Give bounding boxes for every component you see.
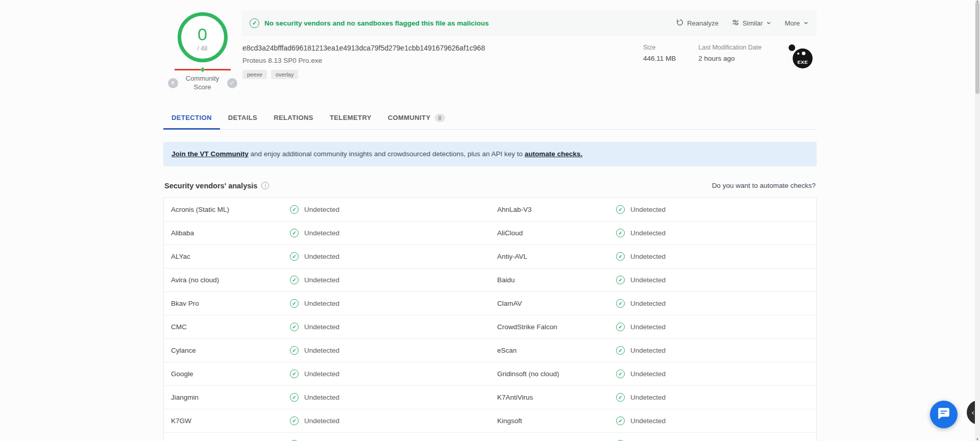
detection-score-circle: 0 / 48 bbox=[178, 12, 228, 62]
vendor-status: ✓Undetected bbox=[290, 299, 339, 308]
vendor-status-label: Undetected bbox=[304, 323, 339, 331]
vendor-status: ✓Undetected bbox=[290, 370, 339, 378]
similar-button[interactable]: Similar bbox=[732, 19, 772, 28]
scroll-down-icon[interactable]: ▼ bbox=[975, 437, 980, 441]
detection-score: 0 bbox=[198, 26, 207, 43]
vendor-status: ✓Undetected bbox=[290, 205, 339, 214]
vendor-status-label: Undetected bbox=[630, 394, 666, 401]
undetected-check-icon: ✓ bbox=[616, 323, 625, 331]
vendor-status: ✓Undetected bbox=[616, 393, 666, 402]
vendor-status-label: Undetected bbox=[304, 300, 339, 307]
vendor-cell: Google✓Undetected bbox=[164, 362, 490, 385]
vendor-name: Cylance bbox=[171, 347, 290, 354]
file-identity: e8cd3a24bfffad696181213ea1e4913dca79f5d2… bbox=[242, 44, 628, 79]
vendor-status: ✓Undetected bbox=[616, 229, 666, 237]
vendor-name: K7AntiVirus bbox=[497, 394, 616, 401]
vendor-status: ✓Undetected bbox=[616, 346, 666, 355]
last-modification-date: Last Modification Date 2 hours ago bbox=[698, 44, 762, 79]
tag-overlay[interactable]: overlay bbox=[271, 70, 298, 79]
vendor-status: ✓Undetected bbox=[616, 299, 666, 308]
vendor-cell: Gridinsoft (no cloud)✓Undetected bbox=[490, 362, 816, 385]
community-score-label: Community Score bbox=[182, 75, 223, 92]
vendor-status-label: Undetected bbox=[630, 323, 666, 331]
tab-community[interactable]: COMMUNITY 8 bbox=[380, 107, 453, 129]
undetected-check-icon: ✓ bbox=[290, 205, 299, 214]
downvote-x-icon[interactable]: ✕ bbox=[168, 78, 178, 88]
vendor-status-label: Undetected bbox=[304, 417, 339, 425]
safe-check-icon: ✓ bbox=[250, 18, 259, 28]
vendor-name: Kingsoft bbox=[497, 417, 616, 425]
file-tags: peexe overlay bbox=[242, 70, 628, 79]
reanalyze-label: Reanalyze bbox=[687, 19, 718, 27]
undetected-check-icon: ✓ bbox=[616, 416, 625, 425]
undetected-check-icon: ✓ bbox=[616, 252, 625, 261]
status-message: No security vendors and no sandboxes fla… bbox=[264, 19, 489, 27]
tag-peexe[interactable]: peexe bbox=[242, 70, 267, 79]
tab-details[interactable]: DETAILS bbox=[220, 107, 265, 129]
join-community-banner: Join the VT Community and enjoy addition… bbox=[163, 142, 817, 166]
undetected-check-icon: ✓ bbox=[290, 346, 299, 355]
vendor-status-label: Undetected bbox=[630, 300, 666, 307]
vendor-name: Antiy-AVL bbox=[497, 253, 616, 260]
scrollbar[interactable]: ▲ ▼ bbox=[975, 0, 980, 441]
vendor-row: K7GW✓UndetectedKingsoft✓Undetected bbox=[164, 409, 816, 433]
vendor-name: Baidu bbox=[497, 276, 616, 284]
undetected-check-icon: ✓ bbox=[616, 229, 625, 237]
vendor-cell: eScan✓Undetected bbox=[490, 339, 816, 362]
vendor-row: Jiangmin✓UndetectedK7AntiVirus✓Undetecte… bbox=[164, 386, 816, 409]
file-info-row: e8cd3a24bfffad696181213ea1e4913dca79f5d2… bbox=[241, 44, 817, 79]
similar-label: Similar bbox=[743, 19, 763, 27]
undetected-check-icon: ✓ bbox=[290, 229, 299, 237]
vendor-status: ✓Undetected bbox=[290, 252, 339, 261]
chat-button[interactable] bbox=[930, 401, 958, 428]
vendor-status: ✓Undetected bbox=[290, 416, 339, 425]
info-icon[interactable]: i bbox=[261, 182, 269, 189]
vendor-name: Alibaba bbox=[171, 229, 290, 237]
tab-detection[interactable]: DETECTION bbox=[163, 107, 220, 129]
filetype-label: EXE bbox=[797, 59, 808, 65]
community-count-badge: 8 bbox=[435, 114, 446, 122]
vendor-cell: AhnLab-V3✓Undetected bbox=[490, 198, 816, 221]
undetected-check-icon: ✓ bbox=[290, 276, 299, 284]
analysis-header: Security vendors' analysis i Do you want… bbox=[163, 182, 817, 190]
vendor-status: ✓Undetected bbox=[616, 416, 666, 425]
vendor-row: Bkav Pro✓UndetectedClamAV✓Undetected bbox=[164, 292, 816, 315]
undetected-check-icon: ✓ bbox=[290, 416, 299, 425]
vendor-row: Alibaba✓UndetectedAliCloud✓Undetected bbox=[164, 222, 816, 245]
vendor-cell: ✓ bbox=[490, 433, 816, 441]
scrollbar-thumb[interactable] bbox=[975, 2, 979, 94]
tab-telemetry[interactable]: TELEMETRY bbox=[322, 107, 380, 129]
join-vt-community-link[interactable]: Join the VT Community bbox=[172, 150, 249, 158]
vendor-cell: CMC✓Undetected bbox=[164, 315, 490, 338]
tab-bar: DETECTION DETAILS RELATIONS TELEMETRY CO… bbox=[163, 107, 817, 130]
more-button[interactable]: More bbox=[785, 19, 808, 27]
vendor-status-label: Undetected bbox=[630, 229, 666, 237]
chat-bubble-icon bbox=[937, 407, 950, 422]
modified-label: Last Modification Date bbox=[698, 44, 762, 51]
tab-relations[interactable]: RELATIONS bbox=[265, 107, 322, 129]
undetected-check-icon: ✓ bbox=[616, 205, 625, 214]
vendor-row: Avira (no cloud)✓UndetectedBaidu✓Undetec… bbox=[164, 268, 816, 292]
vendor-cell: Kingsoft✓Undetected bbox=[490, 409, 816, 432]
vendor-name: Jiangmin bbox=[171, 394, 290, 401]
vendor-status: ✓Undetected bbox=[290, 276, 339, 284]
vendor-name: K7GW bbox=[171, 417, 290, 425]
vendor-cell: AliCloud✓Undetected bbox=[490, 222, 816, 244]
upvote-check-icon[interactable]: ✓ bbox=[227, 78, 237, 88]
reanalyze-button[interactable]: Reanalyze bbox=[676, 19, 718, 28]
chevron-down-icon bbox=[766, 19, 771, 27]
automate-checks-link[interactable]: automate checks. bbox=[525, 150, 582, 158]
vendor-cell: ✓ bbox=[164, 433, 490, 441]
vendor-cell: Jiangmin✓Undetected bbox=[164, 386, 490, 409]
filetype-dot-icon bbox=[789, 44, 795, 51]
gauge-marker-icon bbox=[200, 67, 205, 72]
vendor-status-label: Undetected bbox=[630, 347, 666, 354]
vendor-status-label: Undetected bbox=[304, 253, 339, 260]
undetected-check-icon: ✓ bbox=[616, 393, 625, 402]
vendor-status-label: Undetected bbox=[630, 276, 666, 284]
automate-checks-prompt[interactable]: Do you want to automate checks? bbox=[712, 182, 816, 189]
vendor-status-label: Undetected bbox=[304, 347, 339, 354]
modified-value: 2 hours ago bbox=[698, 55, 762, 62]
more-label: More bbox=[785, 19, 800, 27]
vendor-row: Cylance✓UndetectedeScan✓Undetected bbox=[164, 339, 816, 362]
